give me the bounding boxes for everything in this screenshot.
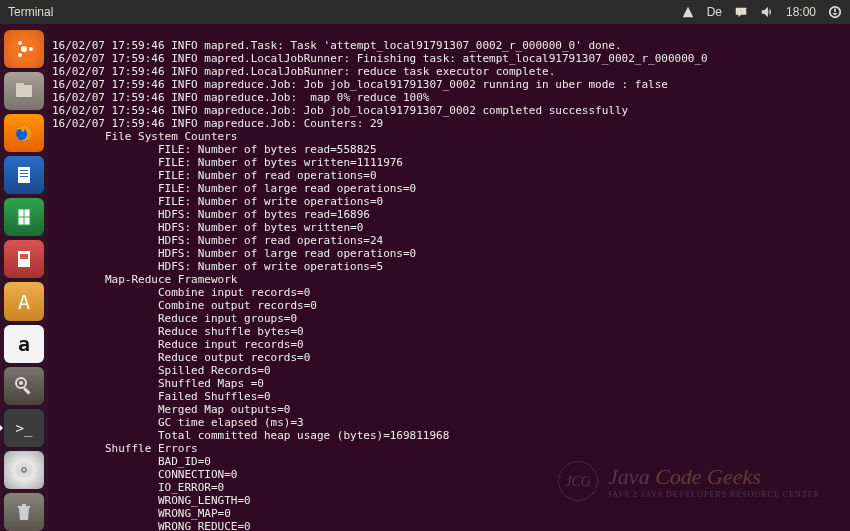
- firefox-icon: [13, 122, 35, 144]
- active-window-title: Terminal: [8, 5, 53, 19]
- unity-launcher: A a >_: [0, 24, 48, 531]
- svg-point-3: [18, 53, 22, 57]
- presentation-icon: [14, 249, 34, 269]
- svg-rect-8: [20, 170, 28, 171]
- document-icon: [14, 165, 34, 185]
- svg-rect-10: [20, 176, 28, 177]
- launcher-libreoffice-writer[interactable]: [4, 156, 44, 194]
- trash-icon: [14, 502, 34, 522]
- spreadsheet-icon: [14, 207, 34, 227]
- svg-point-18: [19, 381, 23, 385]
- svg-rect-24: [22, 504, 26, 506]
- keyboard-layout-indicator[interactable]: De: [707, 5, 722, 19]
- session-indicator-icon[interactable]: [828, 5, 842, 19]
- launcher-files[interactable]: [4, 72, 44, 110]
- launcher-software-center[interactable]: A: [4, 282, 44, 320]
- launcher-terminal[interactable]: >_: [4, 409, 44, 447]
- gear-wrench-icon: [13, 375, 35, 397]
- launcher-libreoffice-impress[interactable]: [4, 240, 44, 278]
- launcher-libreoffice-calc[interactable]: [4, 198, 44, 236]
- launcher-trash[interactable]: [4, 493, 44, 531]
- messaging-indicator-icon[interactable]: [734, 5, 748, 19]
- software-center-icon: A: [18, 290, 30, 314]
- svg-rect-7: [18, 167, 30, 183]
- svg-rect-9: [20, 173, 28, 174]
- svg-rect-16: [20, 254, 28, 259]
- svg-point-0: [21, 46, 27, 52]
- terminal-output: 16/02/07 17:59:46 INFO mapred.Task: Task…: [52, 39, 846, 531]
- amazon-icon: a: [18, 332, 30, 356]
- launcher-dash[interactable]: [4, 30, 44, 68]
- ubuntu-logo-icon: [13, 38, 35, 60]
- launcher-disc[interactable]: [4, 451, 44, 489]
- clock[interactable]: 18:00: [786, 5, 816, 19]
- terminal-viewport[interactable]: 16/02/07 17:59:46 INFO mapred.Task: Task…: [48, 24, 850, 531]
- terminal-icon: >_: [16, 420, 33, 436]
- svg-rect-23: [18, 506, 30, 508]
- launcher-amazon[interactable]: a: [4, 325, 44, 363]
- launcher-system-settings[interactable]: [4, 367, 44, 405]
- top-panel: Terminal De 18:00: [0, 0, 850, 24]
- svg-rect-5: [16, 83, 24, 87]
- svg-rect-19: [23, 387, 31, 395]
- files-icon: [13, 80, 35, 102]
- network-indicator-icon[interactable]: [681, 5, 695, 19]
- svg-point-1: [29, 47, 33, 51]
- svg-point-2: [18, 41, 22, 45]
- launcher-firefox[interactable]: [4, 114, 44, 152]
- volume-indicator-icon[interactable]: [760, 5, 774, 19]
- disc-icon: [13, 459, 35, 481]
- svg-point-22: [23, 469, 25, 471]
